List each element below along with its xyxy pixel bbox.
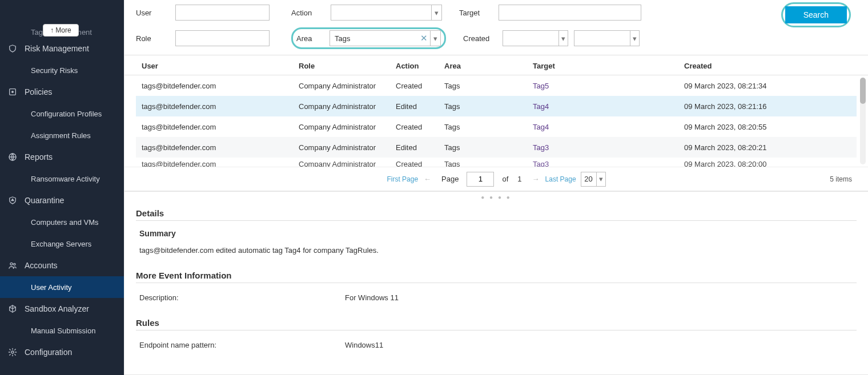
cell-area: Tags: [444, 160, 533, 167]
filter-action-select[interactable]: ▾: [331, 5, 442, 21]
sidebar-item-configuration[interactable]: Configuration: [0, 341, 124, 363]
filter-action-label: Action: [291, 9, 323, 17]
description-value: For Windows 11: [345, 293, 399, 302]
sidebar-item-label: Ransomware Activity: [31, 175, 100, 183]
col-user[interactable]: User: [142, 62, 299, 70]
col-created[interactable]: Created: [684, 62, 853, 70]
filter-created-label: Created: [463, 34, 495, 43]
cell-user: tags@bitdefender.com: [142, 123, 299, 131]
cell-role: Company Administrator: [299, 160, 396, 167]
table-body: tags@bitdefender.comCompany Administrato…: [136, 75, 857, 167]
sidebar-item-computers-and-vms[interactable]: Computers and VMs: [0, 211, 124, 233]
cell-created: 09 March 2023, 08:21:34: [684, 82, 853, 90]
cell-action: Created: [396, 82, 444, 90]
svg-point-5: [11, 351, 14, 353]
page-size-select[interactable]: 20 ▾: [581, 172, 606, 187]
total-pages: 1: [517, 175, 521, 183]
sidebar-item-policies[interactable]: Policies: [0, 81, 124, 103]
chevron-down-icon[interactable]: ▾: [596, 172, 605, 186]
table-body-wrap: tags@bitdefender.comCompany Administrato…: [124, 75, 868, 167]
cell-role: Company Administrator: [299, 102, 396, 111]
col-role[interactable]: Role: [299, 62, 396, 70]
cell-created: 09 March 2023, 08:20:21: [684, 143, 853, 152]
sidebar: ↑ More Tags ManagementRisk ManagementSec…: [0, 0, 124, 375]
sidebar-item-ransomware-activity[interactable]: Ransomware Activity: [0, 168, 124, 189]
sidebar-item-label: Computers and VMs: [31, 218, 99, 227]
pattern-value: Windows11: [345, 341, 383, 349]
last-page-link[interactable]: Last Page: [545, 175, 576, 183]
chevron-down-icon[interactable]: ▾: [558, 31, 568, 46]
search-button[interactable]: Search: [785, 6, 847, 23]
sidebar-item-user-activity[interactable]: User Activity: [0, 276, 124, 298]
sidebar-item-accounts[interactable]: Accounts: [0, 255, 124, 276]
table-row[interactable]: tags@bitdefender.comCompany Administrato…: [136, 96, 857, 116]
sidebar-item-label: Policies: [25, 87, 52, 96]
sidebar-item-manual-submission[interactable]: Manual Submission: [0, 320, 124, 341]
next-arrow-icon[interactable]: →: [532, 175, 540, 183]
cube-icon: [7, 304, 18, 314]
cell-area: Tags: [444, 143, 533, 152]
filter-role-input[interactable]: [175, 30, 270, 46]
filter-area-highlight: Area Tags ✕ ▾: [291, 27, 446, 49]
sidebar-item-exchange-servers[interactable]: Exchange Servers: [0, 233, 124, 255]
shield-icon: [7, 43, 18, 54]
sidebar-item-label: User Activity: [31, 283, 72, 292]
cell-created: 09 March 2023, 08:20:55: [684, 123, 853, 131]
clear-icon[interactable]: ✕: [417, 33, 430, 43]
sidebar-item-label: Assignment Rules: [31, 131, 91, 140]
package-icon: [7, 87, 18, 97]
col-area[interactable]: Area: [444, 62, 533, 70]
sidebar-item-label: Risk Management: [25, 44, 89, 53]
scrollbar[interactable]: [860, 78, 866, 164]
sidebar-item-configuration-profiles[interactable]: Configuration Profiles: [0, 103, 124, 124]
chevron-down-icon[interactable]: ▾: [431, 5, 441, 20]
sidebar-nav: Tags ManagementRisk ManagementSecurity R…: [0, 0, 124, 363]
table-row[interactable]: tags@bitdefender.comCompany Administrato…: [136, 137, 857, 158]
arrow-up-icon: ↑: [50, 26, 54, 34]
col-target[interactable]: Target: [533, 62, 684, 70]
sidebar-item-label: Manual Submission: [31, 326, 95, 335]
chevron-down-icon[interactable]: ▾: [630, 31, 639, 46]
filter-created-to[interactable]: ▾: [574, 30, 640, 46]
sidebar-item-assignment-rules[interactable]: Assignment Rules: [0, 124, 124, 146]
scrollbar-thumb[interactable]: [860, 78, 866, 104]
sidebar-item-quarantine[interactable]: Quarantine: [0, 189, 124, 211]
gear-icon: [7, 347, 18, 357]
filter-area-select[interactable]: Tags ✕ ▾: [329, 30, 441, 46]
page-input[interactable]: [467, 172, 494, 187]
resize-handle-icon[interactable]: ● ● ● ●: [124, 192, 868, 203]
sidebar-item-label: Configuration: [25, 348, 72, 357]
filter-target-input[interactable]: [499, 5, 641, 21]
prev-arrow-icon[interactable]: ←: [424, 175, 431, 183]
summary-heading: Summary: [139, 229, 857, 238]
main-panel: Search User Action ▾ Target Role Area Ta…: [124, 0, 868, 375]
filter-bar: User Action ▾ Target Role Area Tags ✕ ▾: [124, 0, 868, 55]
table-row[interactable]: tags@bitdefender.comCompany Administrato…: [136, 116, 857, 137]
details-panel: Details Summary tags@bitdefender.com edi…: [124, 203, 868, 360]
more-event-heading: More Event Information: [136, 271, 857, 283]
sidebar-item-sandbox-analyzer[interactable]: Sandbox Analyzer: [0, 298, 124, 320]
sidebar-item-security-risks[interactable]: Security Risks: [0, 59, 124, 81]
chevron-down-icon[interactable]: ▾: [430, 31, 440, 46]
cell-role: Company Administrator: [299, 82, 396, 90]
items-count: 5 items: [830, 175, 852, 183]
col-action[interactable]: Action: [396, 62, 444, 70]
table-header: User Role Action Area Target Created: [124, 55, 868, 75]
sidebar-item-label: Configuration Profiles: [31, 110, 102, 118]
cell-created: 09 March 2023, 08:21:16: [684, 102, 853, 111]
filter-area-label: Area: [296, 34, 322, 43]
filter-user-input[interactable]: [175, 5, 270, 21]
table-row[interactable]: tags@bitdefender.comCompany Administrato…: [136, 75, 857, 96]
sidebar-item-reports[interactable]: Reports: [0, 146, 124, 168]
svg-point-3: [10, 263, 13, 265]
pagination: First Page ← Page of 1 → Last Page 20 ▾ …: [124, 167, 868, 192]
table-row[interactable]: tags@bitdefender.comCompany Administrato…: [136, 158, 857, 167]
pattern-label: Endpoint name pattern:: [139, 341, 345, 349]
more-button[interactable]: ↑ More: [43, 24, 79, 37]
svg-point-4: [14, 263, 15, 265]
sidebar-item-label: Quarantine: [25, 196, 64, 205]
first-page-link[interactable]: First Page: [387, 175, 418, 183]
sidebar-item-risk-management[interactable]: Risk Management: [0, 38, 124, 59]
filter-created-from[interactable]: ▾: [503, 30, 568, 46]
cell-created: 09 March 2023, 08:20:00: [684, 160, 853, 167]
